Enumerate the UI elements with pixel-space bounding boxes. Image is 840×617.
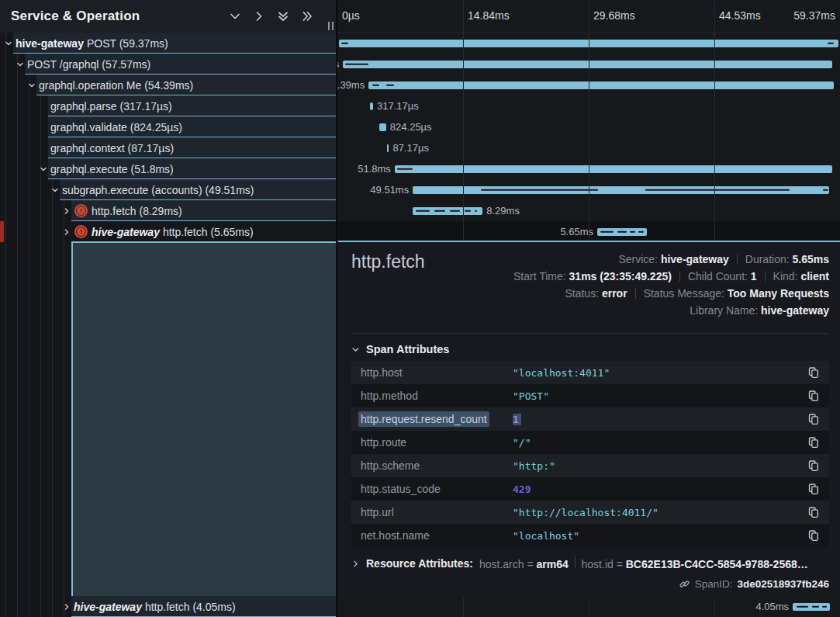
meta-label: Service: xyxy=(618,253,660,265)
attribute-key[interactable]: http.method xyxy=(351,390,513,402)
copy-icon[interactable] xyxy=(807,459,820,472)
meta-value: hive-gateway xyxy=(661,253,729,265)
meta-separator xyxy=(737,254,738,265)
chevron-down-icon xyxy=(351,345,360,354)
resource-separator xyxy=(575,556,576,568)
span-title: http.fetch xyxy=(351,251,425,272)
attribute-row[interactable]: http.method "POST" xyxy=(351,384,829,407)
panel-divider[interactable] xyxy=(336,0,337,617)
tree-row[interactable]: graphql.operation Me (54.39ms) xyxy=(0,75,337,95)
axis-tick: 29.68ms xyxy=(593,9,635,22)
expander-icon[interactable] xyxy=(5,40,12,47)
duration-label: 317.17µs xyxy=(377,95,419,116)
span-bar[interactable] xyxy=(395,165,832,173)
meta-value: 5.65ms xyxy=(793,253,829,265)
meta-label: Status: xyxy=(565,287,601,300)
span-bar[interactable] xyxy=(343,61,832,68)
copy-icon[interactable] xyxy=(807,390,820,402)
chevron-right-icon[interactable] xyxy=(253,10,265,23)
span-label: http.fetch (4.05ms) xyxy=(145,601,236,613)
attribute-key[interactable]: http.url xyxy=(351,506,513,518)
span-attributes-header[interactable]: Span Attributes xyxy=(351,343,449,355)
span-label: POST (59.37ms) xyxy=(87,37,168,50)
child-span-marker xyxy=(600,231,614,233)
copy-icon[interactable] xyxy=(807,436,820,449)
attribute-value[interactable]: "http://localhost:4011/" xyxy=(513,507,807,518)
expander-icon[interactable] xyxy=(63,603,71,611)
meta-label: Duration: xyxy=(745,253,793,265)
attribute-row[interactable]: http.url "http://localhost:4011/" xyxy=(351,501,829,524)
expander-icon[interactable] xyxy=(28,81,36,89)
span-bar[interactable] xyxy=(379,123,386,131)
selected-error-marker xyxy=(0,221,4,242)
tree-row[interactable]: graphql.validate (824.25µs) xyxy=(0,116,337,137)
span-meta: Service: hive-gatewayDuration: 5.65msSta… xyxy=(513,251,829,319)
attribute-value[interactable]: "localhost:4011" xyxy=(513,367,807,379)
double-chevron-down-icon[interactable] xyxy=(277,10,289,23)
span-label: POST /graphql (57.57ms) xyxy=(27,58,150,71)
span-tree-panel: hive-gateway POST (59.37ms) POST /graphq… xyxy=(0,0,337,617)
span-id-label: SpanID: xyxy=(695,578,733,590)
tree-header: Service & Operation xyxy=(0,0,337,33)
expander-icon[interactable] xyxy=(40,165,47,173)
tree-row[interactable]: hive-gateway http.fetch (4.05ms) xyxy=(0,596,337,617)
child-span-marker xyxy=(386,84,394,86)
attribute-value[interactable]: "POST" xyxy=(513,390,807,402)
span-label: graphql.validate (824.25µs) xyxy=(50,121,182,133)
span-label: graphql.operation Me (54.39ms) xyxy=(39,79,193,92)
span-bar[interactable] xyxy=(370,102,373,110)
span-bar[interactable] xyxy=(387,144,389,152)
tree-row[interactable]: ! http.fetch (8.29ms) xyxy=(0,200,337,221)
panel-resize-handle[interactable] xyxy=(328,22,334,30)
attribute-key[interactable]: net.host.name xyxy=(351,529,513,542)
span-bar[interactable] xyxy=(368,81,834,89)
copy-icon[interactable] xyxy=(807,529,820,542)
attribute-key[interactable]: http.scheme xyxy=(351,459,513,472)
tree-row[interactable]: graphql.parse (317.17µs) xyxy=(0,95,337,116)
attribute-row[interactable]: http.request.resend_count 1 xyxy=(351,407,829,431)
attribute-value[interactable]: "/" xyxy=(513,437,807,449)
span-label: http.fetch (8.29ms) xyxy=(92,205,182,217)
tree-row[interactable]: ! hive-gateway http.fetch (5.65ms) xyxy=(0,221,337,242)
attribute-value[interactable]: 429 xyxy=(513,484,807,495)
meta-label: Start Time: xyxy=(513,270,569,283)
expander-icon[interactable] xyxy=(16,61,24,68)
attribute-key[interactable]: http.request.resend_count xyxy=(351,413,513,425)
meta-label: Library Name: xyxy=(690,304,761,317)
child-span-marker xyxy=(416,210,430,212)
attribute-row[interactable]: http.host "localhost:4011" xyxy=(351,361,829,384)
attribute-row[interactable]: http.scheme "http:" xyxy=(351,454,829,477)
expander-icon[interactable] xyxy=(51,186,59,194)
copy-icon[interactable] xyxy=(807,506,820,518)
tree-row[interactable]: graphql.context (87.17µs) xyxy=(0,137,337,158)
attribute-row[interactable]: http.route "/" xyxy=(351,431,829,454)
span-id-value: 3de02518937fb246 xyxy=(737,578,829,590)
attribute-value[interactable]: "localhost" xyxy=(513,530,807,542)
child-span-marker xyxy=(481,189,598,191)
copy-icon[interactable] xyxy=(807,483,820,495)
tree-row[interactable]: hive-gateway POST (59.37ms) xyxy=(0,33,337,54)
meta-value: 1 xyxy=(751,270,757,283)
double-chevron-right-icon[interactable] xyxy=(301,10,313,23)
attribute-value[interactable]: "http:" xyxy=(513,460,807,472)
attribute-key[interactable]: http.host xyxy=(351,366,513,379)
child-span-marker xyxy=(372,84,379,86)
tree-row[interactable]: subgraph.execute (accounts) (49.51ms) xyxy=(0,179,337,200)
tree-row[interactable]: POST /graphql (57.57ms) xyxy=(0,54,337,75)
child-span-marker xyxy=(797,605,808,608)
expander-icon[interactable] xyxy=(63,207,71,215)
attribute-value[interactable]: 1 xyxy=(513,414,807,425)
link-icon[interactable] xyxy=(679,578,690,590)
expander-icon[interactable] xyxy=(63,228,71,236)
chevron-down-icon[interactable] xyxy=(229,10,241,23)
duration-label: 51.8ms xyxy=(358,158,391,179)
attribute-row[interactable]: net.host.name "localhost" xyxy=(351,524,829,547)
panel-title: Service & Operation xyxy=(11,9,140,24)
resource-attributes-row[interactable]: Resource Attributes: host.arch = arm64 h… xyxy=(351,556,829,570)
attribute-key[interactable]: http.status_code xyxy=(351,483,513,495)
tree-row[interactable]: graphql.execute (51.8ms) xyxy=(0,158,337,179)
copy-icon[interactable] xyxy=(807,413,820,425)
attribute-row[interactable]: http.status_code 429 xyxy=(351,477,829,501)
attribute-key[interactable]: http.route xyxy=(351,436,513,449)
copy-icon[interactable] xyxy=(807,366,820,379)
